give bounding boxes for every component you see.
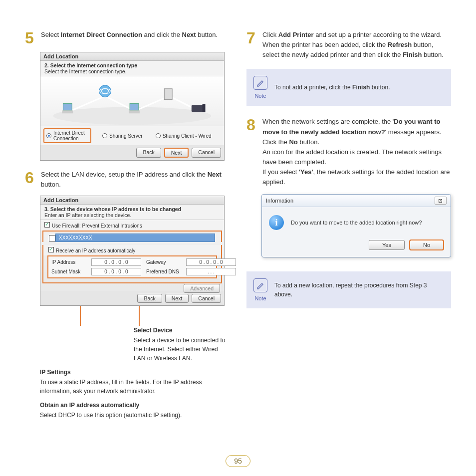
note-icon-group: Note (253, 76, 267, 99)
connection-diagram (40, 76, 224, 126)
step-number-8: 8 (246, 117, 258, 133)
auto-ip-callout: Obtain an IP address automatically Selec… (40, 401, 227, 420)
page-footer: 95 (0, 455, 476, 467)
svg-rect-10 (129, 110, 140, 113)
page-number: 95 (226, 455, 250, 467)
dialog-title: Add Location (40, 196, 224, 205)
dns-field[interactable]: . . . (186, 268, 236, 275)
radio-icon (156, 133, 161, 138)
svg-rect-13 (203, 104, 206, 112)
info-icon: i (269, 215, 284, 230)
note-label: Note (254, 93, 266, 99)
advanced-button[interactable]: Advanced (184, 284, 220, 293)
step-number-7: 7 (246, 30, 258, 46)
select-device-text: Select a device to be connected to the I… (134, 336, 227, 363)
subnet-field[interactable]: 0 . 0 . 0 . 0 (91, 268, 141, 275)
close-button[interactable]: ⛝ (435, 197, 447, 205)
step-7-text: Click Add Printer and set up a printer a… (262, 30, 451, 60)
select-device-title: Select Device (134, 326, 227, 335)
step-5-text: Select Internet Direct Connection and cl… (41, 30, 218, 40)
subnet-label: Subnet Mask (51, 269, 86, 274)
auto-ip-row[interactable]: Receive an IP address automaticaly (43, 245, 221, 255)
note-box-2: Note To add a new location, repeat the p… (246, 271, 451, 308)
ip-settings-block: IP Address 0 . 0 . 0 . 0 Gateway 0 . 0 .… (47, 255, 217, 278)
device-select[interactable]: XXXXXXXXXX (55, 234, 215, 242)
gateway-field[interactable]: 0 . 0 . 0 . 0 (186, 258, 236, 266)
back-button[interactable]: Back (136, 148, 161, 158)
ip-address-label: IP Address (51, 259, 86, 265)
note-label: Note (254, 295, 266, 301)
note-1-text: To not add a printer, click the Finish b… (274, 83, 390, 92)
dialog-sub: 2. Select the Internet connection type S… (40, 61, 224, 76)
add-location-dialog-ip: Add Location 3. Select the device whose … (40, 196, 225, 306)
info-titlebar: Information ⛝ (262, 195, 451, 207)
option-sharing-server[interactable]: Sharing Server (100, 128, 145, 143)
pencil-icon (253, 76, 267, 90)
step-number-5: 5 (25, 30, 37, 46)
note-icon-group: Note (253, 278, 267, 301)
dns-label: Preferred DNS (146, 269, 181, 274)
option-internet-direct[interactable]: Internet Direct Connection (43, 128, 91, 143)
information-dialog: Information ⛝ i Do you want to move to t… (261, 194, 451, 257)
step-8: 8 When the network settings are complete… (246, 117, 451, 187)
next-button[interactable]: Next (165, 294, 189, 303)
step-8-text: When the network settings are complete, … (262, 117, 451, 187)
back-button[interactable]: Back (137, 294, 162, 303)
pencil-icon (253, 278, 267, 292)
svg-rect-11 (164, 89, 172, 100)
step-6-text: Select the LAN device, setup the IP addr… (41, 170, 227, 190)
info-buttons: Yes No (262, 235, 451, 257)
info-message: Do you want to move to the added locatio… (291, 220, 422, 226)
step-6: 6 Select the LAN device, setup the IP ad… (25, 170, 227, 190)
no-button[interactable]: No (410, 240, 444, 250)
checkbox-icon (44, 222, 50, 228)
ip-settings-title: IP Settings (40, 368, 227, 377)
info-body: i Do you want to move to the added locat… (262, 207, 451, 235)
svg-rect-7 (63, 103, 72, 110)
gateway-label: Gateway (146, 259, 181, 265)
svg-rect-9 (130, 103, 139, 110)
connection-options: Internet Direct Connection Sharing Serve… (40, 126, 224, 145)
cancel-button[interactable]: Cancel (192, 148, 221, 158)
next-button[interactable]: Next (164, 148, 189, 158)
step-7: 7 Click Add Printer and set up a printer… (246, 30, 451, 60)
option-sharing-client[interactable]: Sharing Client - Wired (154, 128, 214, 143)
dialog-buttons: Back Next Cancel (40, 291, 224, 305)
info-title-text: Information (266, 198, 293, 204)
cancel-button[interactable]: Cancel (192, 294, 221, 303)
yes-button[interactable]: Yes (369, 240, 405, 250)
dialog-sub: 3. Select the device whose IP address is… (40, 205, 224, 220)
radio-icon (46, 133, 51, 138)
checkbox-icon (48, 247, 54, 252)
dialog-buttons: Back Next Cancel (40, 145, 224, 160)
svg-rect-8 (62, 110, 73, 113)
step-number-6: 6 (25, 170, 37, 186)
advanced-row: Advanced (40, 285, 220, 291)
note-2-text: To add a new location, repeat the proced… (274, 281, 444, 299)
ip-address-field[interactable]: 0 . 0 . 0 . 0 (91, 258, 141, 266)
note-box-1: Note To not add a printer, click the Fin… (246, 69, 451, 106)
radio-icon (102, 133, 107, 138)
callouts: Select Device Select a device to be conn… (40, 315, 227, 396)
add-location-dialog-connection: Add Location 2. Select the Internet conn… (40, 52, 225, 161)
dialog-title: Add Location (40, 52, 224, 61)
auto-ip-title: Obtain an IP address automatically (40, 401, 227, 410)
auto-ip-text: Select DHCP to use this option (automati… (40, 411, 227, 420)
step-5: 5 Select Internet Direct Connection and … (25, 30, 227, 46)
ip-settings-text: To use a static IP address, fill in the … (40, 378, 227, 396)
firewall-row[interactable]: Use Firewall: Prevent External Intrusion… (40, 220, 224, 231)
